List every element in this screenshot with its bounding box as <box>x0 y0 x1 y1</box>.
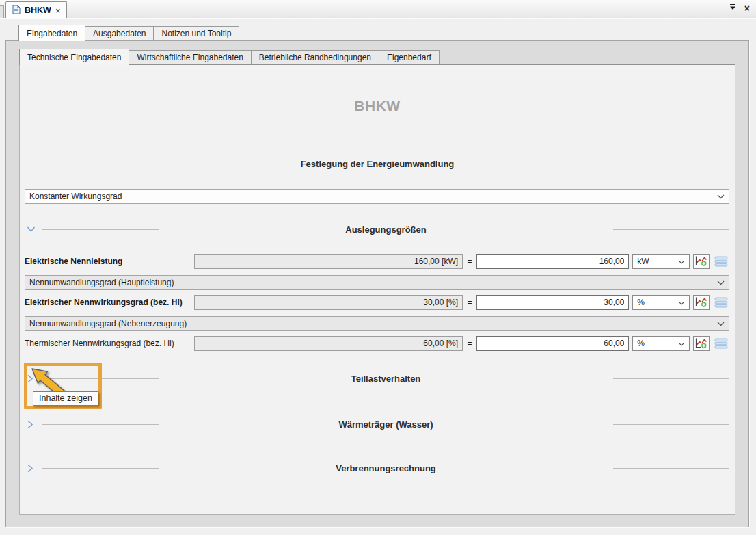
inner-tab-bar: Technische Eingabedaten Wirtschaftliche … <box>19 49 735 64</box>
document-icon <box>12 5 21 16</box>
document-tab-close-icon[interactable]: × <box>55 6 61 15</box>
field-label: Elektrische Nennleistung <box>25 257 191 266</box>
combobox-value: Nennumwandlungsgrad (Nebenerzeugung) <box>29 319 187 328</box>
page-title: BHKW <box>20 98 735 114</box>
section-divider-line <box>42 468 159 469</box>
section-title: Verbrennungsrechnung <box>159 463 613 473</box>
section-header-auslegungsgroessen: Auslegungsgrößen <box>25 222 729 237</box>
panel-close-icon[interactable]: × <box>744 3 750 13</box>
unit-value: kW <box>637 257 649 266</box>
readonly-value-field: 160,00 [kW] <box>194 254 463 269</box>
tab-eigenbedarf[interactable]: Eigenbedarf <box>379 50 440 64</box>
unit-combobox[interactable]: % <box>632 295 690 310</box>
field-row-thermischer-nennwirkungsgrad: Thermischer Nennwirkungsgrad (bez. Hi) 6… <box>25 335 729 352</box>
outer-tab-bar: Eingabedaten Ausgabedaten Notizen und To… <box>18 25 239 40</box>
unit-combobox[interactable]: kW <box>632 254 690 269</box>
tab-label: Wirtschaftliche Eingabedaten <box>137 53 243 62</box>
combobox-value: Nennumwandlungsgrad (Hauptleistung) <box>29 278 174 287</box>
panel-controls: × <box>729 3 750 13</box>
technische-eingabedaten-panel: BHKW Festlegung der Energieumwandlung Ko… <box>19 64 735 515</box>
field-label: Thermischer Nennwirkungsgrad (bez. Hi) <box>25 339 191 348</box>
unit-combobox[interactable]: % <box>632 336 690 351</box>
chevron-down-icon <box>717 192 725 201</box>
readonly-value-field: 60,00 [%] <box>194 336 463 351</box>
section-divider-line <box>613 468 729 469</box>
equals-sign: = <box>466 339 473 348</box>
tab-eingabedaten[interactable]: Eingabedaten <box>18 25 85 41</box>
tab-label: Ausgabedaten <box>93 29 146 38</box>
field-label: Elektrischer Nennwirkungsgrad (bez. Hi) <box>25 298 191 307</box>
value-input[interactable] <box>476 254 629 269</box>
tab-label: Betriebliche Randbedingungen <box>259 53 371 62</box>
collapse-auslegungsgroessen-chevron-icon[interactable] <box>25 226 42 233</box>
list-icon[interactable] <box>713 336 729 351</box>
section-header-waermetraeger: Wärmeträger (Wasser) <box>25 417 729 432</box>
list-icon[interactable] <box>713 254 729 269</box>
energy-conversion-heading: Festlegung der Energieumwandlung <box>20 159 735 169</box>
tooltip-inhalte-zeigen: Inhalte zeigen <box>33 391 98 406</box>
tab-label: Notizen und Tooltip <box>161 29 231 38</box>
readonly-value-field: 30,00 [%] <box>194 295 463 310</box>
section-title: Wärmeträger (Wasser) <box>159 419 613 430</box>
document-tab-title: BHKW <box>25 5 51 15</box>
pin-menu-icon[interactable] <box>729 3 737 13</box>
tab-betriebliche-randbedingungen[interactable]: Betriebliche Randbedingungen <box>252 50 379 64</box>
section-divider-line <box>613 229 729 230</box>
list-icon[interactable] <box>713 295 729 310</box>
section-divider-line <box>42 424 159 425</box>
section-divider-line <box>613 424 729 425</box>
tab-technische-eingabedaten[interactable]: Technische Eingabedaten <box>19 49 129 65</box>
tab-label: Eigenbedarf <box>387 53 431 62</box>
section-divider-line <box>613 378 729 379</box>
chevron-down-icon <box>678 298 685 307</box>
chevron-down-icon <box>678 339 685 348</box>
section-header-teillastverhalten: Teillastverhalten <box>25 371 729 386</box>
tab-label: Technische Eingabedaten <box>27 53 121 62</box>
chevron-down-icon <box>717 319 725 328</box>
chart-icon[interactable] <box>693 336 710 351</box>
previous-tab-stub[interactable] <box>0 5 4 18</box>
value-input[interactable] <box>476 295 629 310</box>
section-divider-line <box>42 229 159 230</box>
section-title: Teillastverhalten <box>159 374 613 384</box>
expand-waermetraeger-chevron-icon[interactable] <box>25 420 42 429</box>
tab-ausgabedaten[interactable]: Ausgabedaten <box>85 26 154 40</box>
tab-notizen-und-tooltip[interactable]: Notizen und Tooltip <box>154 26 239 40</box>
equals-sign: = <box>466 257 473 266</box>
unit-value: % <box>637 298 645 307</box>
chart-icon[interactable] <box>693 295 710 310</box>
chevron-down-icon <box>717 278 725 287</box>
inner-tab-control: Technische Eingabedaten Wirtschaftliche … <box>19 49 735 515</box>
energy-conversion-combobox[interactable]: Konstanter Wirkungsgrad <box>25 189 729 204</box>
nennumwandlungsgrad-nebenerzeugung-combobox[interactable]: Nennumwandlungsgrad (Nebenerzeugung) <box>25 316 729 331</box>
combobox-value: Konstanter Wirkungsgrad <box>29 192 122 201</box>
section-title: Auslegungsgrößen <box>159 224 613 235</box>
unit-value: % <box>637 339 645 348</box>
field-row-elektrischer-nennwirkungsgrad: Elektrischer Nennwirkungsgrad (bez. Hi) … <box>25 294 729 311</box>
expand-verbrennungsrechnung-chevron-icon[interactable] <box>25 464 42 473</box>
value-input[interactable] <box>476 336 629 351</box>
chart-icon[interactable] <box>693 254 710 269</box>
tab-label: Eingabedaten <box>27 29 77 38</box>
chevron-down-icon <box>678 257 685 266</box>
section-header-verbrennungsrechnung: Verbrennungsrechnung <box>25 460 729 475</box>
tab-wirtschaftliche-eingabedaten[interactable]: Wirtschaftliche Eingabedaten <box>129 50 251 64</box>
field-row-elektrische-nennleistung: Elektrische Nennleistung 160,00 [kW] = k… <box>25 253 729 270</box>
equals-sign: = <box>466 298 473 307</box>
eingabedaten-tab-page: Technische Eingabedaten Wirtschaftliche … <box>5 40 749 527</box>
document-tab-bhkw[interactable]: BHKW × <box>5 1 67 18</box>
app-window: BHKW × × Eingabedaten Ausgabedaten Notiz… <box>0 0 756 535</box>
document-tabstrip: BHKW × × <box>0 0 756 18</box>
nennumwandlungsgrad-hauptleistung-combobox[interactable]: Nennumwandlungsgrad (Hauptleistung) <box>25 275 729 290</box>
